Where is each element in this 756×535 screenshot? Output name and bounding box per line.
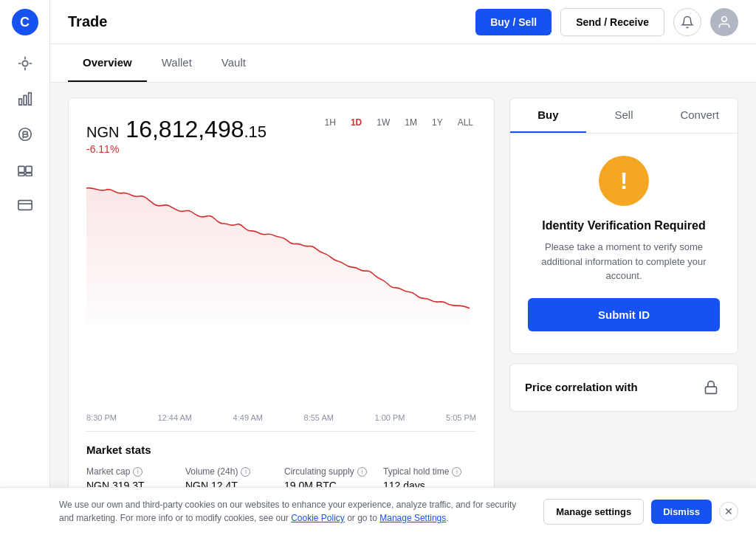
sidebar: C ⋮ [0, 0, 50, 535]
cookie-text-part2: or go to [345, 513, 379, 523]
price-currency: NGN [86, 124, 119, 140]
time-label-5: 5:05 PM [446, 413, 476, 422]
time-label-0: 8:30 PM [86, 413, 117, 422]
manage-settings-button[interactable]: Manage settings [543, 499, 644, 525]
trade-tab-buy[interactable]: Buy [510, 98, 586, 133]
chart-price: NGN 16,812,498.15 [86, 116, 267, 143]
price-correlation-title: Price correlation with [525, 381, 638, 393]
chart-time-labels: 8:30 PM 12:44 AM 4:49 AM 8:55 AM 1:00 PM… [86, 410, 476, 425]
time-filter-all[interactable]: ALL [455, 116, 476, 129]
send-receive-button[interactable]: Send / Receive [560, 8, 664, 36]
tab-vault[interactable]: Vault [207, 44, 261, 82]
cookie-policy-link[interactable]: Cookie Policy [291, 513, 345, 523]
svg-rect-3 [28, 93, 31, 106]
tab-wallet[interactable]: Wallet [147, 44, 207, 82]
sidebar-item-home[interactable] [10, 49, 40, 78]
volume-info-icon[interactable]: i [241, 467, 250, 477]
price-main: 16,812,498 [126, 116, 244, 142]
time-filter-1y[interactable]: 1Y [429, 116, 446, 129]
time-label-4: 1:00 PM [374, 413, 405, 422]
time-filter-1h[interactable]: 1H [322, 116, 339, 129]
stat-circulating-label: Circulating supply i [284, 466, 377, 477]
time-filter-1m[interactable]: 1M [402, 116, 420, 129]
price-decimal: .15 [244, 122, 267, 141]
svg-rect-5 [18, 166, 24, 172]
svg-rect-8 [25, 173, 31, 176]
page-title: Trade [68, 13, 107, 30]
manage-settings-link[interactable]: Manage Settings [379, 513, 446, 523]
close-cookie-button[interactable]: ✕ [719, 502, 738, 521]
svg-rect-9 [18, 201, 31, 210]
trade-card: Buy Sell Convert ! Identity Verification… [509, 97, 738, 354]
time-label-2: 4:49 AM [233, 413, 263, 422]
lock-icon [699, 376, 723, 399]
price-change: -6.11% [86, 143, 267, 155]
stat-hold-time-label: Typical hold time i [383, 466, 476, 477]
svg-rect-6 [25, 166, 31, 172]
market-stats-title: Market stats [86, 443, 476, 456]
main-content: Trade Buy / Sell Send / Receive Overview… [50, 0, 756, 535]
main-tabs: Overview Wallet Vault [50, 44, 756, 83]
stat-market-cap-label: Market cap i [86, 466, 179, 477]
stat-volume-label: Volume (24h) i [185, 466, 278, 477]
market-cap-info-icon[interactable]: i [133, 467, 142, 477]
notifications-button[interactable] [673, 8, 701, 36]
cookie-banner: We use our own and third-party cookies o… [0, 487, 756, 535]
submit-id-button[interactable]: Submit ID [528, 298, 720, 331]
cookie-actions: Manage settings Dismiss ✕ [543, 499, 738, 525]
cookie-text: We use our own and third-party cookies o… [59, 498, 529, 525]
price-chart [86, 164, 476, 326]
warning-icon: ! [599, 156, 649, 206]
sidebar-item-crypto[interactable] [10, 120, 40, 149]
price-display: NGN 16,812,498.15 -6.11% [86, 116, 267, 161]
dismiss-button[interactable]: Dismiss [651, 500, 712, 524]
topbar: Trade Buy / Sell Send / Receive [50, 0, 756, 44]
trade-tab-sell[interactable]: Sell [586, 98, 662, 133]
svg-rect-2 [24, 95, 27, 105]
svg-point-10 [722, 16, 727, 21]
chart-area [86, 164, 476, 410]
hold-time-info-icon[interactable]: i [452, 467, 461, 477]
time-filter-1d[interactable]: 1D [348, 116, 365, 129]
topbar-actions: Buy / Sell Send / Receive [475, 8, 738, 36]
sidebar-item-portfolio[interactable] [10, 155, 40, 184]
svg-rect-1 [18, 99, 21, 105]
svg-rect-11 [706, 387, 717, 393]
sidebar-item-chart[interactable] [10, 84, 40, 114]
content-area: NGN 16,812,498.15 -6.11% 1H 1D 1W 1M 1Y … [50, 83, 756, 535]
cookie-text-part1: We use our own and third-party cookies o… [59, 500, 516, 523]
time-filters: 1H 1D 1W 1M 1Y ALL [322, 116, 476, 129]
trade-tab-convert[interactable]: Convert [662, 98, 738, 133]
verification-text: Please take a moment to verify some addi… [528, 240, 720, 283]
time-label-3: 8:55 AM [304, 413, 334, 422]
tab-overview[interactable]: Overview [68, 44, 147, 82]
app-logo[interactable]: C [12, 9, 38, 35]
time-label-1: 12:44 AM [158, 413, 192, 422]
circulating-info-icon[interactable]: i [357, 467, 367, 477]
verification-title: Identity Verification Required [542, 219, 705, 232]
svg-rect-7 [18, 173, 24, 176]
time-filter-1w[interactable]: 1W [374, 116, 393, 129]
trade-tabs: Buy Sell Convert [510, 98, 738, 134]
chart-card: NGN 16,812,498.15 -6.11% 1H 1D 1W 1M 1Y … [68, 97, 495, 520]
right-panel: Buy Sell Convert ! Identity Verification… [509, 97, 738, 520]
price-correlation-card: Price correlation with [509, 363, 738, 412]
user-avatar[interactable] [710, 8, 738, 36]
chart-header: NGN 16,812,498.15 -6.11% 1H 1D 1W 1M 1Y … [86, 116, 476, 161]
svg-point-0 [22, 61, 27, 66]
buy-sell-button[interactable]: Buy / Sell [475, 9, 551, 35]
sidebar-item-card[interactable] [10, 190, 40, 220]
trade-card-body: ! Identity Verification Required Please … [510, 134, 738, 353]
